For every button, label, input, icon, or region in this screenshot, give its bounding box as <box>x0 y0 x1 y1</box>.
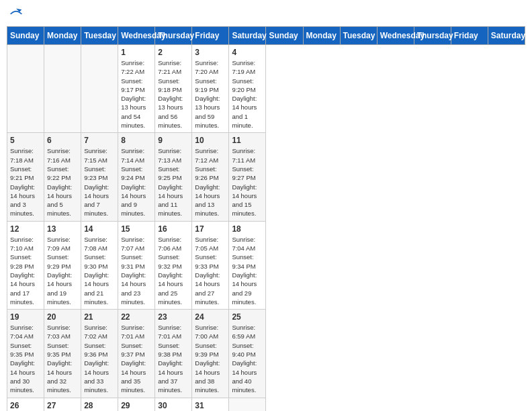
cell-info: Sunrise: 7:08 AMSunset: 9:30 PMDaylight:… <box>84 236 109 306</box>
calendar-cell <box>81 45 118 133</box>
day-number: 15 <box>121 224 152 234</box>
cell-info: Sunrise: 7:13 AMSunset: 9:25 PMDaylight:… <box>158 147 183 217</box>
day-number: 2 <box>158 48 189 57</box>
day-number: 16 <box>158 224 189 234</box>
calendar-cell: 5Sunrise: 7:18 AMSunset: 9:21 PMDaylight… <box>7 133 44 221</box>
logo-icon <box>9 7 23 21</box>
calendar-cell: 28Sunrise: 6:58 AMSunset: 9:42 PMDayligh… <box>81 398 118 411</box>
calendar-cell: 23Sunrise: 7:01 AMSunset: 9:38 PMDayligh… <box>155 310 192 398</box>
day-header-monday: Monday <box>303 27 340 45</box>
cell-info: Sunrise: 6:59 AMSunset: 9:40 PMDaylight:… <box>232 324 257 394</box>
calendar-cell: 9Sunrise: 7:13 AMSunset: 9:25 PMDaylight… <box>155 133 192 221</box>
logo <box>9 7 26 21</box>
week-row-5: 26Sunrise: 6:59 AMSunset: 9:41 PMDayligh… <box>7 398 525 411</box>
day-number: 30 <box>158 401 189 410</box>
day-header-wednesday: Wednesday <box>118 27 155 45</box>
day-number: 28 <box>84 401 115 410</box>
day-number: 4 <box>232 48 263 57</box>
calendar-cell: 26Sunrise: 6:59 AMSunset: 9:41 PMDayligh… <box>7 398 44 411</box>
day-number: 26 <box>10 401 41 410</box>
cell-info: Sunrise: 7:16 AMSunset: 9:22 PMDaylight:… <box>47 147 72 217</box>
cell-info: Sunrise: 7:05 AMSunset: 9:33 PMDaylight:… <box>195 236 220 306</box>
day-number: 12 <box>10 224 41 234</box>
cell-info: Sunrise: 7:04 AMSunset: 9:34 PMDaylight:… <box>232 236 257 306</box>
calendar-cell: 1Sunrise: 7:22 AMSunset: 9:17 PMDaylight… <box>118 45 155 133</box>
day-header-tuesday: Tuesday <box>340 27 377 45</box>
day-number: 3 <box>195 48 226 57</box>
cell-info: Sunrise: 7:15 AMSunset: 9:23 PMDaylight:… <box>84 147 109 217</box>
calendar-cell: 11Sunrise: 7:11 AMSunset: 9:27 PMDayligh… <box>229 133 266 221</box>
calendar-cell: 27Sunrise: 6:58 AMSunset: 9:41 PMDayligh… <box>44 398 81 411</box>
day-number: 25 <box>232 312 263 322</box>
cell-info: Sunrise: 7:18 AMSunset: 9:21 PMDaylight:… <box>10 147 35 217</box>
day-number: 20 <box>47 312 78 322</box>
calendar-cell: 6Sunrise: 7:16 AMSunset: 9:22 PMDaylight… <box>44 133 81 221</box>
day-number: 6 <box>47 136 78 145</box>
calendar-cell: 7Sunrise: 7:15 AMSunset: 9:23 PMDaylight… <box>81 133 118 221</box>
day-number: 5 <box>10 136 41 145</box>
calendar-table: SundayMondayTuesdayWednesdayThursdayFrid… <box>7 26 525 411</box>
cell-info: Sunrise: 7:09 AMSunset: 9:29 PMDaylight:… <box>47 236 72 306</box>
week-row-4: 19Sunrise: 7:04 AMSunset: 9:35 PMDayligh… <box>7 310 525 398</box>
cell-info: Sunrise: 7:01 AMSunset: 9:37 PMDaylight:… <box>121 324 146 394</box>
calendar-cell: 29Sunrise: 6:57 AMSunset: 9:43 PMDayligh… <box>118 398 155 411</box>
calendar-cell <box>7 45 44 133</box>
day-header-saturday: Saturday <box>488 27 525 45</box>
calendar-cell: 10Sunrise: 7:12 AMSunset: 9:26 PMDayligh… <box>192 133 229 221</box>
calendar-cell: 15Sunrise: 7:07 AMSunset: 9:31 PMDayligh… <box>118 221 155 309</box>
day-header-thursday: Thursday <box>414 27 451 45</box>
day-header-sunday: Sunday <box>266 27 303 45</box>
day-number: 23 <box>158 312 189 322</box>
calendar-cell: 25Sunrise: 6:59 AMSunset: 9:40 PMDayligh… <box>229 310 266 398</box>
day-number: 24 <box>195 312 226 322</box>
calendar-cell: 31Sunrise: 6:56 AMSunset: 9:45 PMDayligh… <box>192 398 229 411</box>
day-header-friday: Friday <box>192 27 229 45</box>
day-number: 18 <box>232 224 263 234</box>
cell-info: Sunrise: 7:20 AMSunset: 9:19 PMDaylight:… <box>195 59 220 129</box>
cell-info: Sunrise: 7:22 AMSunset: 9:17 PMDaylight:… <box>121 59 146 129</box>
calendar-cell: 3Sunrise: 7:20 AMSunset: 9:19 PMDaylight… <box>192 45 229 133</box>
calendar-cell: 8Sunrise: 7:14 AMSunset: 9:24 PMDaylight… <box>118 133 155 221</box>
cell-info: Sunrise: 7:02 AMSunset: 9:36 PMDaylight:… <box>84 324 109 394</box>
cell-info: Sunrise: 7:19 AMSunset: 9:20 PMDaylight:… <box>232 59 257 129</box>
day-header-sunday: Sunday <box>7 27 44 45</box>
day-header-thursday: Thursday <box>155 27 192 45</box>
calendar-cell: 22Sunrise: 7:01 AMSunset: 9:37 PMDayligh… <box>118 310 155 398</box>
calendar-cell: 16Sunrise: 7:06 AMSunset: 9:32 PMDayligh… <box>155 221 192 309</box>
day-number: 22 <box>121 312 152 322</box>
day-header-wednesday: Wednesday <box>377 27 414 45</box>
calendar-cell: 4Sunrise: 7:19 AMSunset: 9:20 PMDaylight… <box>229 45 266 133</box>
calendar-cell: 21Sunrise: 7:02 AMSunset: 9:36 PMDayligh… <box>81 310 118 398</box>
cell-info: Sunrise: 7:07 AMSunset: 9:31 PMDaylight:… <box>121 236 146 306</box>
day-number: 11 <box>232 136 263 145</box>
day-number: 7 <box>84 136 115 145</box>
day-header-friday: Friday <box>451 27 488 45</box>
day-number: 8 <box>121 136 152 145</box>
day-number: 14 <box>84 224 115 234</box>
day-header-tuesday: Tuesday <box>81 27 118 45</box>
day-number: 27 <box>47 401 78 410</box>
week-row-2: 5Sunrise: 7:18 AMSunset: 9:21 PMDaylight… <box>7 133 525 221</box>
calendar-cell <box>229 398 266 411</box>
calendar-cell: 12Sunrise: 7:10 AMSunset: 9:28 PMDayligh… <box>7 221 44 309</box>
day-number: 21 <box>84 312 115 322</box>
day-number: 19 <box>10 312 41 322</box>
header-row: SundayMondayTuesdayWednesdayThursdayFrid… <box>7 27 525 45</box>
week-row-1: 1Sunrise: 7:22 AMSunset: 9:17 PMDaylight… <box>7 45 525 133</box>
calendar-cell <box>44 45 81 133</box>
week-row-3: 12Sunrise: 7:10 AMSunset: 9:28 PMDayligh… <box>7 221 525 309</box>
calendar-cell: 30Sunrise: 6:57 AMSunset: 9:44 PMDayligh… <box>155 398 192 411</box>
day-number: 9 <box>158 136 189 145</box>
day-number: 1 <box>121 48 152 57</box>
calendar-cell: 17Sunrise: 7:05 AMSunset: 9:33 PMDayligh… <box>192 221 229 309</box>
calendar-cell: 24Sunrise: 7:00 AMSunset: 9:39 PMDayligh… <box>192 310 229 398</box>
day-number: 13 <box>47 224 78 234</box>
cell-info: Sunrise: 7:00 AMSunset: 9:39 PMDaylight:… <box>195 324 220 394</box>
calendar-cell: 20Sunrise: 7:03 AMSunset: 9:35 PMDayligh… <box>44 310 81 398</box>
cell-info: Sunrise: 7:04 AMSunset: 9:35 PMDaylight:… <box>10 324 35 394</box>
day-header-monday: Monday <box>44 27 81 45</box>
day-number: 31 <box>195 401 226 410</box>
calendar-cell: 2Sunrise: 7:21 AMSunset: 9:18 PMDaylight… <box>155 45 192 133</box>
day-number: 10 <box>195 136 226 145</box>
cell-info: Sunrise: 7:21 AMSunset: 9:18 PMDaylight:… <box>158 59 183 129</box>
